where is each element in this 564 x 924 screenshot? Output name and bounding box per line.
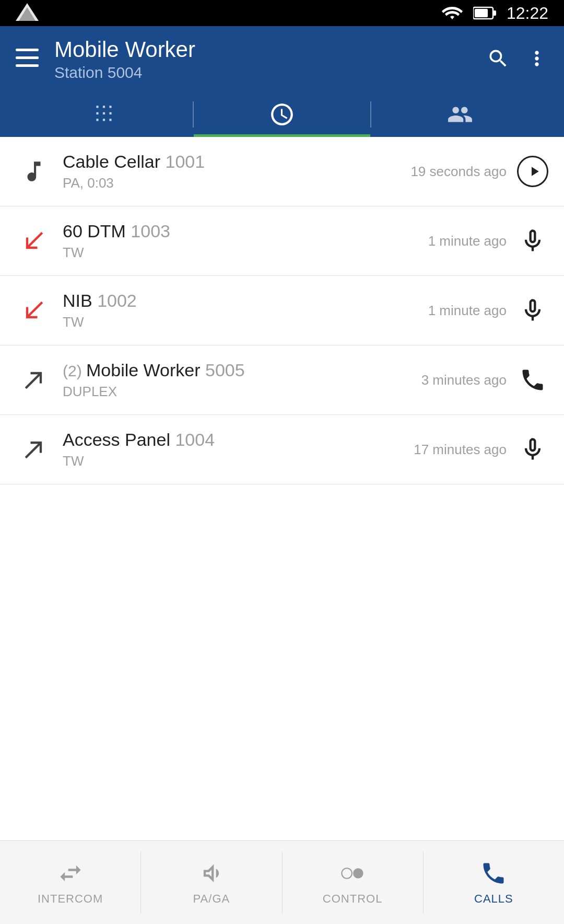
call-name: (2) Mobile Worker 5005 [63, 360, 411, 380]
svg-rect-3 [493, 10, 496, 16]
status-time: 12:22 [507, 4, 548, 23]
call-item[interactable]: 60 DTM 1003 TW 1 minute ago [0, 206, 564, 276]
call-ext: 1001 [166, 152, 205, 171]
call-time: 1 minute ago [428, 233, 507, 249]
intercom-icon [57, 860, 84, 887]
svg-rect-6 [16, 56, 39, 59]
svg-rect-4 [475, 9, 488, 17]
call-item[interactable]: (2) Mobile Worker 5005 DUPLEX 3 minutes … [0, 345, 564, 415]
call-time: 1 minute ago [428, 303, 507, 319]
call-info: NIB 1002 TW [52, 291, 428, 330]
call-time: 17 minutes ago [414, 442, 507, 458]
menu-button[interactable] [16, 49, 39, 71]
more-options-button[interactable] [525, 47, 548, 72]
svg-rect-5 [16, 49, 39, 51]
call-type: TW [63, 314, 418, 330]
app-title-block: Mobile Worker Station 5004 [54, 38, 487, 82]
nav-item-paga[interactable]: PA/GA [141, 841, 281, 924]
call-ext: 1004 [175, 430, 215, 449]
wifi-icon [442, 5, 463, 21]
tab-dialpad[interactable] [16, 92, 193, 137]
nav-item-intercom[interactable]: INTERCOM [0, 841, 140, 924]
call-info: Access Panel 1004 TW [52, 430, 414, 469]
battery-icon [473, 5, 496, 21]
call-type: TW [63, 245, 418, 261]
tab-contacts[interactable] [371, 92, 548, 137]
call-item[interactable]: NIB 1002 TW 1 minute ago [0, 276, 564, 345]
call-ext: 1003 [131, 221, 170, 241]
nav-item-control[interactable]: CONTROL [283, 841, 423, 924]
call-name: Access Panel 1004 [63, 430, 403, 450]
call-name: 60 DTM 1003 [63, 221, 418, 241]
call-type: TW [63, 453, 403, 469]
call-direction-icon [16, 227, 52, 255]
search-button[interactable] [487, 47, 510, 72]
call-direction-icon [16, 158, 52, 184]
calls-icon [480, 860, 507, 887]
call-ext: 1002 [97, 291, 137, 310]
call-item[interactable]: Cable Cellar 1001 PA, 0:03 19 seconds ag… [0, 137, 564, 206]
call-type: DUPLEX [63, 384, 411, 400]
call-type: PA, 0:03 [63, 175, 400, 191]
app-logo [16, 3, 39, 23]
app-bar: Mobile Worker Station 5004 [0, 26, 564, 137]
status-bar: 12:22 [0, 0, 564, 26]
call-list: Cable Cellar 1001 PA, 0:03 19 seconds ag… [0, 137, 564, 484]
call-info: 60 DTM 1003 TW [52, 221, 428, 261]
nav-label-control: CONTROL [323, 892, 383, 906]
call-name: NIB 1002 [63, 291, 418, 311]
nav-item-calls[interactable]: CALLS [424, 841, 564, 924]
call-info: (2) Mobile Worker 5005 DUPLEX [52, 360, 421, 400]
call-time: 3 minutes ago [421, 372, 507, 388]
control-icon [339, 860, 366, 887]
call-action-mic[interactable] [517, 227, 548, 255]
call-action-phone[interactable] [517, 366, 548, 394]
svg-point-9 [353, 868, 363, 879]
call-direction-icon [16, 366, 52, 394]
nav-label-paga: PA/GA [193, 892, 230, 906]
tab-recent[interactable] [194, 92, 371, 137]
svg-point-8 [342, 868, 352, 879]
app-subtitle: Station 5004 [54, 64, 487, 82]
call-info: Cable Cellar 1001 PA, 0:03 [52, 152, 410, 191]
call-ext: 5005 [205, 360, 245, 380]
call-name: Cable Cellar 1001 [63, 152, 400, 172]
call-direction-icon [16, 436, 52, 463]
tab-bar [16, 92, 548, 137]
app-title: Mobile Worker [54, 38, 487, 62]
call-action-play[interactable] [517, 156, 548, 187]
nav-label-calls: CALLS [474, 892, 513, 906]
call-item[interactable]: Access Panel 1004 TW 17 minutes ago [0, 415, 564, 484]
nav-label-intercom: INTERCOM [38, 892, 103, 906]
call-direction-icon [16, 297, 52, 324]
call-action-mic[interactable] [517, 297, 548, 324]
call-action-mic[interactable] [517, 436, 548, 463]
bottom-nav: INTERCOM PA/GA CONTROL CALLS [0, 840, 564, 924]
paga-icon [198, 860, 225, 887]
svg-rect-7 [16, 64, 39, 67]
call-time: 19 seconds ago [410, 164, 507, 180]
